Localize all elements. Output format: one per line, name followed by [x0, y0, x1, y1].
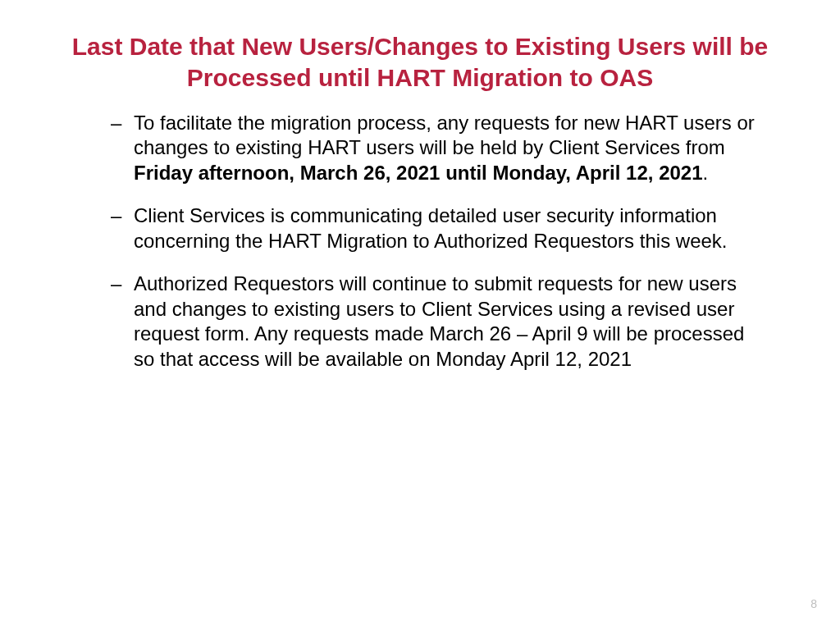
- list-item: To facilitate the migration process, any…: [111, 111, 770, 185]
- bullet-text-bold: Friday afternoon, March 26, 2021 until M…: [134, 162, 703, 184]
- bullet-text-pre: To facilitate the migration process, any…: [134, 112, 755, 158]
- list-item: Authorized Requestors will continue to s…: [111, 272, 770, 372]
- bullet-text-pre: Client Services is communicating detaile…: [134, 204, 728, 251]
- bullet-text-pre: Authorized Requestors will continue to s…: [134, 272, 744, 369]
- slide-container: Last Date that New Users/Changes to Exis…: [0, 0, 840, 422]
- list-item: Client Services is communicating detaile…: [111, 203, 770, 253]
- bullet-list: To facilitate the migration process, any…: [70, 111, 770, 372]
- bullet-text-post: .: [703, 162, 709, 184]
- slide-title: Last Date that New Users/Changes to Exis…: [70, 31, 770, 93]
- page-number: 8: [810, 597, 817, 610]
